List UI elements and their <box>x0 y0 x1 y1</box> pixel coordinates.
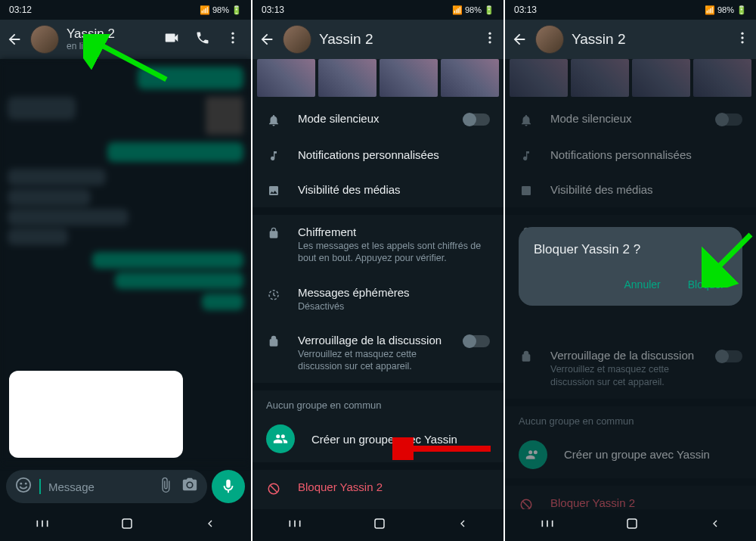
status-bar: 03:13 📶98%🔋 <box>505 0 756 20</box>
block-button[interactable]: Bloquer Yassin 2 <box>253 470 503 506</box>
row-ephemeral[interactable]: Messages éphémères Désactivés <box>253 275 503 323</box>
svg-point-13 <box>488 36 491 39</box>
timer-icon <box>266 286 281 301</box>
svg-line-28 <box>523 501 530 508</box>
back-button[interactable] <box>259 31 275 48</box>
screenshot-settings: 03:13 📶98%🔋 Yassin 2 Mode silencieux Not… <box>253 0 503 541</box>
chat-header: Yassin 2 en ligne <box>0 20 251 59</box>
mute-toggle[interactable] <box>464 113 490 126</box>
contact-name: Yassin 2 <box>572 31 727 48</box>
nav-recents-icon[interactable] <box>35 518 50 532</box>
clock: 03:13 <box>262 5 284 15</box>
avatar[interactable] <box>535 25 564 54</box>
nav-bar <box>0 509 251 541</box>
avatar[interactable] <box>30 25 59 54</box>
menu-icon[interactable] <box>735 30 750 48</box>
svg-point-2 <box>231 41 234 43</box>
status-bar: 03:13 📶98%🔋 <box>253 0 503 20</box>
nav-home-icon[interactable] <box>373 517 386 533</box>
attach-icon[interactable] <box>157 477 174 496</box>
music-note-icon <box>266 148 281 162</box>
nav-home-icon[interactable] <box>625 517 639 533</box>
nav-bar <box>505 509 756 541</box>
settings-header: Yassin 2 <box>253 20 503 59</box>
row-media-visibility[interactable]: Visibilité des médias <box>253 173 503 207</box>
menu-icon[interactable] <box>482 30 497 48</box>
status-indicators: 📶98%🔋 <box>200 5 242 15</box>
svg-point-24 <box>741 33 743 35</box>
dialog-cancel-button[interactable]: Annuler <box>621 272 663 297</box>
dialog-title: Bloquer Yassin 2 ? <box>534 242 727 257</box>
contact-info[interactable]: Yassin 2 en ligne <box>67 27 156 51</box>
row-chat-lock[interactable]: Verrouillage de la discussion Verrouille… <box>253 323 503 384</box>
no-groups-label: Aucun groupe en commun <box>253 390 503 415</box>
row-notifications[interactable]: Notifications personnalisées <box>253 138 503 173</box>
back-button[interactable] <box>6 31 23 48</box>
screenshot-dialog: 03:13 📶98%🔋 Yassin 2 Mode silencieux Not… <box>505 0 756 541</box>
dialog-confirm-button[interactable]: Bloquer <box>685 272 727 297</box>
block-confirm-dialog: Bloquer Yassin 2 ? Annuler Bloquer <box>519 227 742 306</box>
back-button[interactable] <box>511 31 528 48</box>
chat-lock-icon <box>266 334 281 347</box>
avatar[interactable] <box>283 25 311 54</box>
video-call-icon[interactable] <box>163 30 180 49</box>
svg-point-12 <box>488 33 491 35</box>
screenshot-chat: 03:12 📶98%🔋 Yassin 2 en ligne <box>0 0 251 541</box>
nav-home-icon[interactable] <box>120 517 134 533</box>
svg-point-0 <box>231 33 234 35</box>
mic-button[interactable] <box>212 470 245 503</box>
svg-rect-21 <box>375 519 384 528</box>
nav-back-icon[interactable] <box>457 518 469 533</box>
status-indicators: 📶98%🔋 <box>452 5 494 15</box>
svg-point-3 <box>17 478 30 492</box>
contact-name: Yassin 2 <box>67 27 156 42</box>
voice-call-icon[interactable] <box>195 30 210 48</box>
nav-back-icon[interactable] <box>204 518 216 533</box>
image-icon <box>266 183 281 197</box>
nav-recents-icon[interactable] <box>287 518 302 532</box>
svg-rect-32 <box>627 519 637 528</box>
bell-icon <box>266 112 281 127</box>
nav-back-icon[interactable] <box>709 518 721 533</box>
camera-icon[interactable] <box>181 477 198 496</box>
media-thumbnails[interactable] <box>253 59 503 101</box>
svg-point-25 <box>741 36 743 39</box>
nav-recents-icon[interactable] <box>540 518 555 532</box>
lock-icon <box>266 225 281 239</box>
create-group-button[interactable]: Créer un groupe avec Yassin <box>253 415 503 462</box>
status-bar: 03:12 📶98%🔋 <box>0 0 251 20</box>
row-mute[interactable]: Mode silencieux <box>253 101 503 138</box>
menu-icon[interactable] <box>225 30 240 48</box>
emoji-icon[interactable] <box>15 477 32 496</box>
message-input[interactable]: Message <box>6 470 207 503</box>
contact-status: en ligne <box>67 42 156 51</box>
chat-lock-toggle[interactable] <box>464 335 490 347</box>
clock: 03:12 <box>9 5 32 15</box>
group-icon <box>266 424 295 453</box>
nav-bar <box>253 509 503 541</box>
svg-point-5 <box>25 483 27 485</box>
svg-point-14 <box>488 41 491 43</box>
svg-line-17 <box>271 486 277 493</box>
settings-list: Mode silencieux Notifications personnali… <box>253 101 503 509</box>
svg-point-26 <box>741 41 743 43</box>
row-encryption[interactable]: Chiffrement Les messages et les appels s… <box>253 215 503 275</box>
placeholder-text: Message <box>48 480 150 493</box>
svg-point-1 <box>231 36 234 39</box>
redacted-block <box>9 371 183 458</box>
svg-point-4 <box>20 483 22 485</box>
block-icon <box>266 480 281 496</box>
clock: 03:13 <box>514 5 537 15</box>
contact-name: Yassin 2 <box>319 31 475 48</box>
svg-rect-9 <box>122 519 132 528</box>
settings-header: Yassin 2 <box>505 20 756 59</box>
status-indicators: 📶98%🔋 <box>705 5 747 15</box>
media-thumbnails <box>505 59 756 101</box>
message-input-bar: Message <box>0 464 251 509</box>
